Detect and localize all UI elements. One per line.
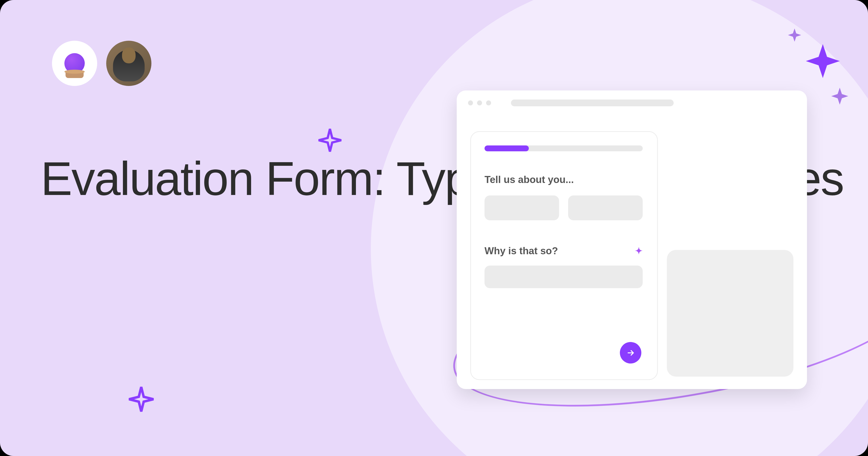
window-dot bbox=[468, 101, 473, 106]
avatar-row bbox=[52, 41, 151, 86]
url-bar bbox=[511, 99, 674, 106]
text-input[interactable] bbox=[485, 265, 643, 288]
progress-fill bbox=[485, 145, 529, 151]
avatar-author bbox=[106, 41, 151, 86]
browser-mockup: Tell us about you... Why is that so? ✦ bbox=[457, 90, 807, 389]
sparkle-icon bbox=[803, 41, 843, 81]
text-input[interactable] bbox=[568, 195, 643, 220]
sparkle-icon bbox=[787, 27, 803, 43]
question-2-label: Why is that so? bbox=[485, 245, 558, 256]
next-button[interactable] bbox=[620, 342, 641, 364]
browser-bar bbox=[457, 90, 807, 115]
window-dot bbox=[486, 101, 491, 106]
sparkle-icon bbox=[830, 86, 850, 106]
form-panel: Tell us about you... Why is that so? ✦ bbox=[470, 131, 658, 380]
question-1-label: Tell us about you... bbox=[485, 174, 644, 185]
sparkle-icon bbox=[316, 127, 343, 154]
crystal-ball-icon bbox=[64, 53, 85, 74]
hero-card: Evaluation Form: Types and Use Cases Tel… bbox=[0, 0, 868, 456]
window-dot bbox=[477, 101, 482, 106]
text-input[interactable] bbox=[485, 195, 559, 220]
sparkle-icon: ✦ bbox=[635, 246, 643, 256]
side-panel bbox=[667, 250, 794, 377]
sparkle-icon bbox=[127, 384, 156, 414]
progress-bar bbox=[485, 145, 643, 151]
avatar-logo bbox=[52, 41, 97, 86]
